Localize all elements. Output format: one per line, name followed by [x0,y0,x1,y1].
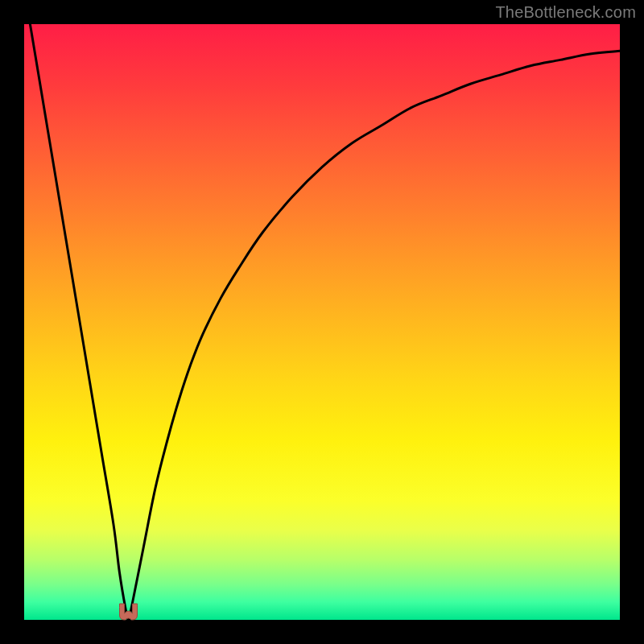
curve-svg [24,24,620,620]
min-marker [120,604,138,620]
bottleneck-curve-path [30,24,620,620]
plot-area [24,24,620,620]
watermark-text: TheBottleneck.com [495,3,636,22]
chart-frame: TheBottleneck.com [0,0,644,644]
